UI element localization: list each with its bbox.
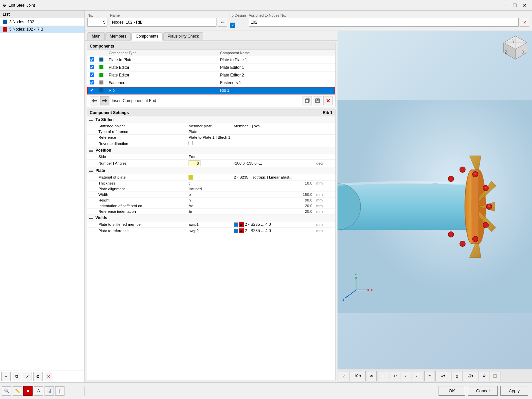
components-header: Components — [87, 43, 335, 50]
toggle-position[interactable]: ▬ — [89, 148, 93, 153]
comp-check-5[interactable] — [90, 88, 94, 92]
comp-check-3[interactable] — [90, 72, 94, 77]
list-item-label-2: 5 Nodes: 102 - RIB — [9, 27, 43, 32]
label-thickness: Thickness — [87, 181, 187, 186]
list-color-box-2 — [3, 27, 7, 32]
add-start-button[interactable] — [90, 96, 99, 105]
tab-plausibility[interactable]: Plausibility Check — [163, 32, 203, 40]
copy-button[interactable] — [303, 96, 312, 105]
vp-layers-button[interactable]: ≡ — [424, 371, 435, 381]
list-item-selected[interactable]: 5 Nodes: 102 - RIB — [0, 26, 84, 33]
comp-name-2: Plate Editor 1 — [217, 64, 335, 71]
save-component-button[interactable] — [313, 96, 322, 105]
comp-type-2: Plate Editor — [106, 64, 217, 71]
stop-button[interactable]: ■ — [23, 386, 33, 396]
vp-view-dropdown[interactable]: 10 ▾ — [350, 371, 366, 381]
tab-bar: Main Members Components Plausibility Che… — [85, 31, 337, 41]
vp-render-button[interactable]: 👁 — [366, 371, 377, 381]
vp-settings-button[interactable]: ⚙ — [479, 371, 489, 381]
comp-name-1: Plate to Plate 1 — [217, 56, 335, 64]
formula-button[interactable]: ∫ — [55, 386, 65, 396]
weld-p2-checkbox[interactable] — [234, 229, 238, 233]
tab-components[interactable]: Components — [131, 32, 163, 41]
apply-button[interactable]: Apply — [500, 386, 528, 396]
label-material: Material of plate — [87, 174, 187, 181]
settings-list-button[interactable]: ⚙ — [33, 372, 43, 381]
check-list-button[interactable]: ✓ — [23, 372, 32, 381]
vp-print2-button[interactable]: 🖨▾ — [463, 371, 478, 381]
val-member1: Member 1 | Wall — [232, 123, 335, 129]
minimize-button[interactable]: — — [500, 1, 509, 9]
toggle-to-stiffen[interactable]: ▬ — [89, 117, 93, 122]
vp-export-button[interactable]: 📋 — [490, 371, 500, 381]
comp-check-1[interactable] — [90, 57, 94, 62]
delete-list-item-button[interactable]: ✕ — [44, 372, 53, 381]
tab-members[interactable]: Members — [105, 32, 131, 40]
vp-zoom2-button[interactable]: ⊖ — [412, 371, 422, 381]
svg-point-32 — [488, 205, 490, 207]
ok-button[interactable]: OK — [439, 386, 465, 396]
delete-component-button[interactable]: ✕ — [323, 96, 332, 105]
vp-home-button[interactable]: ⌂ — [339, 371, 349, 381]
text-button[interactable]: A — [34, 386, 43, 396]
name-input[interactable] — [110, 18, 216, 27]
duplicate-list-item-button[interactable]: ⧉ — [12, 372, 21, 381]
insert-end-button[interactable] — [100, 96, 109, 105]
comp-name-3: Plate Editor 2 — [217, 71, 335, 79]
setting-width: Width b 150.0 mm — [87, 192, 335, 198]
val-reference: Plate to Plate 1 | Blech 1 — [187, 135, 335, 140]
group-position: ▬ Position — [87, 147, 335, 154]
comp-row-2[interactable]: Plate Editor Plate Editor 1 — [87, 64, 335, 71]
left-panel: List 3 Nodes : 102 5 Nodes: 102 - RIB ＋ … — [0, 11, 85, 382]
no-input[interactable] — [87, 18, 107, 27]
svg-point-29 — [448, 232, 454, 237]
comp-row-3[interactable]: Plate Editor Plate Editor 2 — [87, 71, 335, 79]
zoom-in-button[interactable]: 🔍 — [2, 386, 11, 396]
chart-button[interactable]: 📊 — [45, 386, 54, 396]
val-weld-p2: ▲ 2 - S235 ... 4.0 — [232, 228, 314, 234]
reverse-direction-checkbox[interactable] — [189, 141, 193, 145]
toggle-welds[interactable]: ▬ — [89, 215, 93, 220]
vp-layers2-button[interactable]: ≡▾ — [435, 371, 451, 381]
toggle-plate[interactable]: ▬ — [89, 168, 93, 173]
maximize-button[interactable]: ☐ — [510, 1, 519, 9]
title-bar: ⚙ Edit Steel Joint — ☐ ✕ — [0, 0, 532, 11]
insert-label: Insert Component at End — [112, 98, 156, 103]
assigned-input[interactable] — [249, 18, 519, 27]
weld-p1-value: 4.0 — [265, 222, 271, 227]
component-settings-section: Component Settings Rib 1 ▬ To Stiffen — [87, 109, 335, 380]
comp-row-1[interactable]: Plate to Plate Plate to Plate 1 — [87, 56, 335, 64]
label-side: Side — [87, 154, 187, 160]
weld-p1-checkbox[interactable] — [234, 222, 238, 227]
group-label-position: Position — [95, 148, 111, 153]
vp-rotate-button[interactable]: ↩ — [390, 371, 400, 381]
cube-navigator[interactable]: Y X Z — [502, 34, 529, 61]
sym-weld-p1: aw,p1 — [187, 221, 232, 228]
vp-zoom-button[interactable]: ⊕ — [401, 371, 411, 381]
comp-row-4[interactable]: Fasteners Fasteners 1 — [87, 79, 335, 87]
comp-row-5[interactable]: Rib Rib 1 — [87, 87, 335, 94]
label-angles: Number | Angles — [87, 160, 187, 167]
list-item[interactable]: 3 Nodes : 102 — [0, 18, 84, 26]
angles-number-input[interactable] — [189, 160, 200, 166]
label-height: Height — [87, 198, 187, 203]
cancel-button[interactable]: Cancel — [468, 386, 498, 396]
comp-type-4: Fasteners — [106, 79, 217, 87]
vp-print-button[interactable]: 🖨 — [452, 371, 462, 381]
svg-text:Y: Y — [355, 273, 357, 276]
tab-main[interactable]: Main — [87, 32, 105, 40]
setting-side: Side Front — [87, 154, 335, 160]
sym-delta-e: Δe — [187, 203, 232, 209]
measure-button[interactable]: 📏 — [13, 386, 22, 396]
edit-name-button[interactable]: ✏ — [218, 18, 227, 27]
weld-p2-value: 4.0 — [265, 228, 271, 233]
add-list-item-button[interactable]: ＋ — [1, 372, 11, 381]
viewport-toolbar: ⌂ 10 ▾ 👁 ↕ ↩ ⊕ ⊖ ≡ ≡▾ 🖨 🖨▾ ⚙ — [337, 369, 532, 382]
setting-thickness: Thickness t 10.0 mm — [87, 181, 335, 186]
comp-check-4[interactable] — [90, 80, 94, 84]
comp-check-2[interactable] — [90, 65, 94, 69]
to-design-checkbox[interactable]: ✓ — [230, 23, 235, 28]
vp-move-button[interactable]: ↕ — [379, 371, 389, 381]
close-button[interactable]: ✕ — [520, 1, 529, 9]
clear-assigned-button[interactable]: ✕ — [520, 18, 529, 27]
